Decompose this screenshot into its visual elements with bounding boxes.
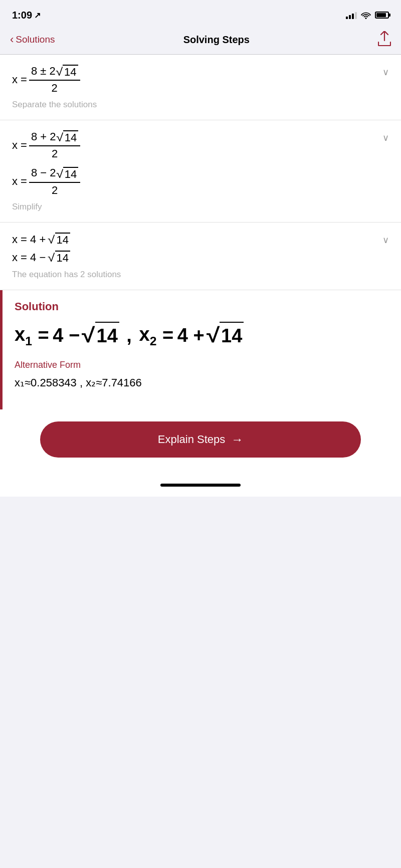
step-3-eq1: x = 4 + √14 (12, 233, 389, 247)
nav-bar: ‹ Solutions Solving Steps (0, 27, 401, 55)
solution-label: Solution (15, 300, 389, 313)
chevron-down-icon-2[interactable]: ∨ (382, 132, 389, 143)
chevron-down-icon[interactable]: ∨ (382, 67, 389, 78)
step-1-description: Separate the solutions (12, 100, 389, 110)
back-button[interactable]: ‹ Solutions (10, 33, 55, 46)
chevron-left-icon: ‹ (10, 33, 14, 46)
solution-section: Solution x1 = 4 − √ 14 , x2 = 4 + √ 14 A… (0, 290, 401, 409)
explain-steps-label: Explain Steps (158, 433, 226, 446)
alt-form-values: x₁≈0.258343 , x₂≈7.74166 (15, 376, 389, 389)
home-indicator (0, 478, 401, 497)
step-2-eq1: x = 8 + 2√14 2 (12, 130, 389, 160)
share-button[interactable] (378, 31, 391, 48)
step-2-eq2: x = 8 − 2√14 2 (12, 166, 389, 196)
page-title: Solving Steps (183, 34, 250, 46)
explain-btn-container: Explain Steps → (0, 409, 401, 478)
step-2-description: Simplify (12, 202, 389, 212)
wifi-icon (361, 12, 371, 19)
step-3-eq2: x = 4 − √14 (12, 251, 389, 265)
content-area: x = 8 ± 2√14 2 Separate the solutions ∨ … (0, 55, 401, 497)
step-1-equation: x = 8 ± 2√14 2 (12, 65, 389, 95)
status-bar: 1:09 ↗ (0, 0, 401, 27)
status-icons (346, 11, 389, 19)
explain-steps-button[interactable]: Explain Steps → (40, 421, 361, 458)
status-time: 1:09 ↗ (12, 10, 41, 21)
step-3: x = 4 + √14 x = 4 − √14 The equation has… (0, 223, 401, 290)
back-label: Solutions (16, 34, 55, 45)
battery-icon (375, 12, 389, 19)
step-1: x = 8 ± 2√14 2 Separate the solutions ∨ (0, 55, 401, 120)
home-bar (160, 484, 241, 487)
arrow-icon: → (231, 432, 243, 447)
share-icon (378, 31, 391, 46)
chevron-down-icon-3[interactable]: ∨ (382, 235, 389, 246)
signal-icon (346, 11, 357, 19)
solution-main-equation: x1 = 4 − √ 14 , x2 = 4 + √ 14 (15, 321, 389, 350)
step-2: x = 8 + 2√14 2 x = 8 − 2√14 2 Simplify ∨ (0, 120, 401, 222)
alt-form-label: Alternative Form (15, 360, 389, 370)
step-3-description: The equation has 2 solutions (12, 270, 389, 280)
location-icon: ↗ (34, 11, 41, 20)
